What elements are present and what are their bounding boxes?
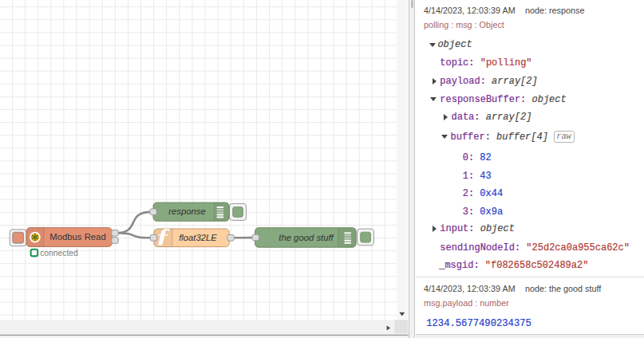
svg-text:response: response <box>168 206 205 216</box>
svg-text:the good stuff: the good stuff <box>279 233 334 242</box>
svg-text:ƒ: ƒ <box>156 225 171 246</box>
svg-text:connected: connected <box>40 249 78 257</box>
svg-text:float32LE: float32LE <box>179 233 217 242</box>
svg-text:Modbus Read: Modbus Read <box>49 232 105 242</box>
